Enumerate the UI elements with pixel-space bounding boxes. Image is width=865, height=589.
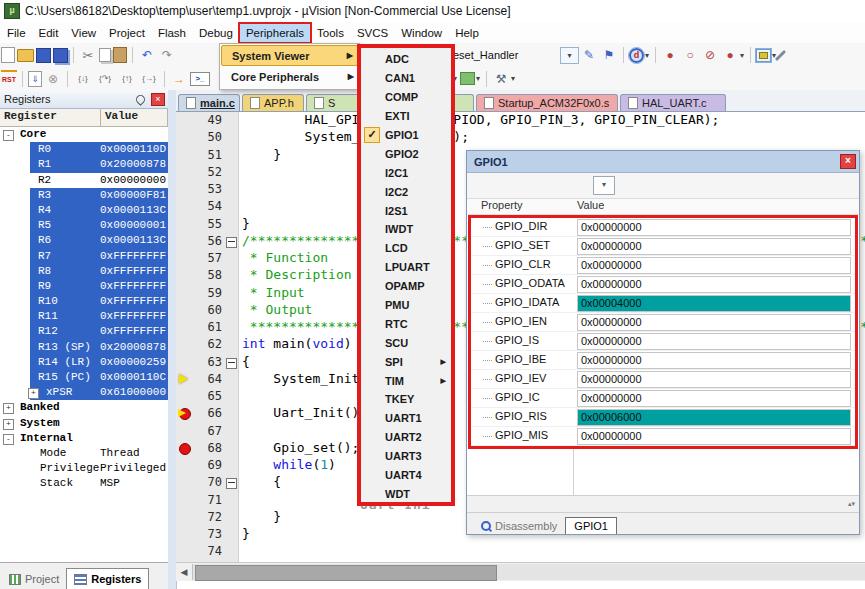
reset-cpu-icon[interactable]: RST — [1, 70, 17, 88]
register-row-r5[interactable]: R50x00000001 — [0, 218, 168, 233]
wrench-icon[interactable] — [775, 49, 786, 60]
gpio-register-value[interactable]: 0x00006000 — [577, 409, 851, 426]
expand-icon[interactable]: + — [28, 388, 39, 399]
register-row-r11[interactable]: R110xFFFFFFFF — [0, 309, 168, 324]
code-line-74[interactable]: 74 — [176, 543, 865, 560]
debug-windows-icon[interactable] — [756, 49, 771, 62]
editor-tab-hal-uart-c[interactable]: HAL_UART.c — [620, 94, 726, 111]
system-viewer-item-can1[interactable]: CAN1 — [361, 69, 451, 88]
menubar-item-file[interactable]: File — [1, 24, 32, 42]
gpio-register-value[interactable]: 0x00000000 — [577, 257, 851, 274]
system-viewer-item-adc[interactable]: ADC — [361, 50, 451, 69]
new-file-icon[interactable] — [1, 47, 15, 63]
gpio-register-value[interactable]: 0x00000000 — [577, 390, 851, 407]
save-icon[interactable] — [36, 48, 51, 63]
copy-icon[interactable] — [99, 48, 111, 62]
menubar-item-view[interactable]: View — [65, 24, 102, 42]
fold-collapse-icon[interactable] — [226, 237, 237, 248]
register-row-core[interactable]: -Core — [0, 127, 168, 142]
system-viewer-item-i2c1[interactable]: I2C1 — [361, 163, 451, 182]
memory-window-caret-icon[interactable]: ▾ — [476, 74, 480, 83]
breakpoint-kill-all-icon[interactable]: ● — [721, 47, 739, 63]
tab-gpio1[interactable]: GPIO1 — [565, 517, 617, 534]
register-row-r4[interactable]: R40x0000113C — [0, 203, 168, 218]
breakpoint-insert-icon[interactable]: ● — [661, 47, 679, 63]
gpio-register-row-gpio-is[interactable]: GPIO_IS0x00000000 — [471, 332, 855, 351]
register-row-privilege[interactable]: PrivilegePrivileged — [0, 461, 168, 476]
register-row-r15-pc[interactable]: R15 (PC)0x0000110C — [0, 370, 168, 385]
pin-icon[interactable] — [134, 93, 147, 106]
gpio-register-row-gpio-clr[interactable]: GPIO_CLR0x00000000 — [471, 256, 855, 275]
register-row-r3[interactable]: R30x00000F81 — [0, 188, 168, 203]
system-viewer-item-exti[interactable]: EXTI — [361, 107, 451, 126]
menubar-item-edit[interactable]: Edit — [33, 24, 65, 42]
register-row-system[interactable]: +System — [0, 416, 168, 431]
tab-project[interactable]: Project — [2, 569, 66, 589]
system-viewer-item-tim[interactable]: TIM▶ — [361, 371, 451, 390]
scroll-left-icon[interactable]: ◀ — [176, 564, 193, 580]
show-next-statement-icon[interactable]: ⇓ — [28, 71, 42, 87]
menubar-item-flash[interactable]: Flash — [152, 24, 192, 42]
gpio-register-row-gpio-odata[interactable]: GPIO_ODATA0x00000000 — [471, 275, 855, 294]
run-to-cursor-icon[interactable]: {→} — [139, 71, 159, 87]
gpio-register-value[interactable]: 0x00000000 — [577, 371, 851, 388]
gpio-register-value[interactable]: 0x00000000 — [577, 238, 851, 255]
breakpoint-icon[interactable] — [179, 443, 191, 455]
fold-collapse-icon[interactable] — [226, 478, 237, 489]
gpio-register-value[interactable]: 0x00000000 — [577, 352, 851, 369]
gpio-register-value[interactable]: 0x00000000 — [577, 333, 851, 350]
close-icon[interactable]: × — [840, 154, 856, 169]
register-row-r1[interactable]: R10x20000878 — [0, 157, 168, 172]
register-row-r9[interactable]: R90xFFFFFFFF — [0, 279, 168, 294]
gpio-register-row-gpio-dir[interactable]: GPIO_DIR0x00000000 — [471, 218, 855, 237]
collapse-icon[interactable]: - — [3, 434, 14, 445]
system-viewer-item-gpio1[interactable]: ✓GPIO1 — [361, 126, 451, 145]
system-viewer-icon[interactable]: d — [629, 48, 644, 63]
gpio-register-row-gpio-mis[interactable]: GPIO_MIS0x00000000 — [471, 427, 855, 446]
step-out-icon[interactable]: {↑} — [117, 71, 137, 87]
register-row-banked[interactable]: +Banked — [0, 400, 168, 415]
code-line-50[interactable]: 50 System_Delay_MS(500); — [176, 129, 865, 146]
gpio-register-row-gpio-idata[interactable]: GPIO_IDATA0x00004000 — [471, 294, 855, 313]
editor-horizontal-scrollbar[interactable]: ◀ — [176, 562, 865, 581]
gpio-register-row-gpio-ris[interactable]: GPIO_RIS0x00006000 — [471, 408, 855, 427]
editor-tab-startup-acm32f0x0-s[interactable]: Startup_ACM32F0x0.s — [476, 94, 618, 111]
run-icon[interactable]: → — [170, 71, 188, 87]
command-window-icon[interactable]: >_ — [190, 72, 210, 86]
scrollbar-thumb[interactable] — [195, 565, 497, 581]
toolbox-caret-icon[interactable]: ▾ — [511, 74, 515, 83]
system-viewer-item-lcd[interactable]: LCD — [361, 239, 451, 258]
register-row-r7[interactable]: R70xFFFFFFFF — [0, 249, 168, 264]
system-viewer-item-scu[interactable]: SCU — [361, 333, 451, 352]
open-folder-icon[interactable] — [17, 49, 34, 62]
menubar-item-tools[interactable]: Tools — [311, 24, 350, 42]
breakpoint-kill-all-caret-icon[interactable]: ▾ — [740, 51, 744, 60]
gpio-register-row-gpio-ien[interactable]: GPIO_IEN0x00000000 — [471, 313, 855, 332]
expand-icon[interactable]: + — [3, 403, 14, 414]
register-row-r14-lr[interactable]: R14 (LR)0x00000259 — [0, 355, 168, 370]
system-viewer-item-pmu[interactable]: PMU — [361, 296, 451, 315]
system-viewer-item-rtc[interactable]: RTC — [361, 314, 451, 333]
register-row-r0[interactable]: R00x0000110D — [0, 142, 168, 157]
bookmark-flag-icon[interactable]: ⚑ — [600, 47, 618, 63]
gpio1-port-select[interactable]: ▾ — [593, 176, 615, 195]
redo-icon[interactable]: ↷ — [158, 47, 176, 63]
gpio1-dialog-titlebar[interactable]: GPIO1 × — [467, 151, 859, 173]
breakpoint-disable-icon[interactable]: ⊘ — [701, 47, 719, 63]
reset-handler-combo[interactable]: Reset_Handler — [441, 49, 560, 61]
register-row-r8[interactable]: R80xFFFFFFFF — [0, 264, 168, 279]
system-viewer-caret-icon[interactable]: ▾ — [645, 51, 649, 60]
collapse-icon[interactable]: - — [3, 130, 14, 141]
system-viewer-item-gpio2[interactable]: GPIO2 — [361, 144, 451, 163]
gpio-register-row-gpio-ic[interactable]: GPIO_IC0x00000000 — [471, 389, 855, 408]
gpio-register-row-gpio-iev[interactable]: GPIO_IEV0x00000000 — [471, 370, 855, 389]
gpio-register-row-gpio-ibe[interactable]: GPIO_IBE0x00000000 — [471, 351, 855, 370]
menubar-item-window[interactable]: Window — [395, 24, 448, 42]
code-line-49[interactable]: 49 HAL_GPIO_WritePin(GPIOD, GPIO_PIN_3, … — [176, 112, 865, 129]
register-row-r10[interactable]: R100xFFFFFFFF — [0, 294, 168, 309]
memory-window-icon[interactable] — [460, 72, 475, 85]
register-row-mode[interactable]: ModeThread — [0, 446, 168, 461]
gpio-register-value[interactable]: 0x00000000 — [577, 219, 851, 236]
register-row-stack[interactable]: StackMSP — [0, 476, 168, 491]
register-row-internal[interactable]: -Internal — [0, 431, 168, 446]
